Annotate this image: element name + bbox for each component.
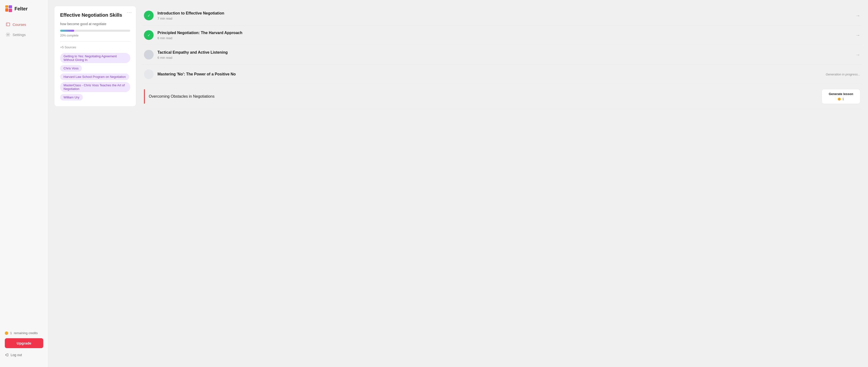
sidebar-bottom: 1 remaining credits Upgrade Log out bbox=[0, 327, 48, 362]
lesson-icon-4 bbox=[144, 69, 154, 79]
lesson-item-3[interactable]: Tactical Empathy and Active Listening 6 … bbox=[142, 45, 862, 64]
lesson-arrow-1: → bbox=[856, 13, 860, 18]
courses-icon bbox=[6, 22, 10, 27]
svg-rect-3 bbox=[9, 9, 12, 12]
lesson-info-4: Mastering 'No': The Power of a Positive … bbox=[157, 72, 822, 77]
course-description: how become good at negotiate bbox=[60, 22, 130, 26]
generate-box-title: Generate lesson bbox=[826, 92, 856, 96]
svg-rect-1 bbox=[5, 5, 8, 8]
source-tag-3[interactable]: MasterClass - Chris Voss Teaches the Art… bbox=[60, 82, 130, 92]
credits-row: 1 remaining credits bbox=[5, 331, 43, 335]
lessons-panel: ✓ Introduction to Effective Negotiation … bbox=[142, 6, 862, 361]
lesson-item-4: Mastering 'No': The Power of a Positive … bbox=[142, 64, 862, 84]
lesson-action-4: Generation in progress... bbox=[826, 73, 860, 76]
felter-logo-icon bbox=[5, 5, 12, 12]
card-menu-button[interactable]: ··· bbox=[127, 10, 132, 15]
generate-credit-row: 1 bbox=[826, 97, 856, 101]
generate-box[interactable]: Generate lesson 1 bbox=[822, 89, 860, 104]
logout-label: Log out bbox=[11, 353, 22, 357]
generate-bar bbox=[144, 89, 145, 104]
check-icon-2: ✓ bbox=[147, 33, 151, 37]
lesson-icon-3 bbox=[144, 50, 154, 59]
lesson-info-1: Introduction to Effective Negotiation 7 … bbox=[157, 11, 851, 20]
logout-row[interactable]: Log out bbox=[5, 351, 43, 358]
credits-label: remaining credits bbox=[14, 331, 38, 335]
source-tag-0[interactable]: Getting to Yes: Negotiating Agreement Wi… bbox=[60, 53, 130, 63]
next-lesson-title: Overcoming Obstacles in Negotiations bbox=[149, 94, 818, 98]
lesson-icon-2: ✓ bbox=[144, 30, 154, 40]
svg-point-6 bbox=[7, 34, 8, 35]
lesson-arrow-3: → bbox=[856, 52, 860, 58]
svg-rect-2 bbox=[9, 5, 12, 8]
source-tag-2[interactable]: Harvard Law School Program on Negotiatio… bbox=[60, 74, 129, 80]
lesson-action-1: → bbox=[856, 13, 860, 18]
credits-amount: 1 bbox=[10, 331, 12, 335]
settings-label: Settings bbox=[12, 33, 26, 37]
check-icon-1: ✓ bbox=[147, 13, 151, 18]
logo: Felter bbox=[0, 5, 48, 20]
lesson-item-2[interactable]: ✓ Principled Negotiation: The Harvard Ap… bbox=[142, 25, 862, 45]
lesson-arrow-2: → bbox=[856, 32, 860, 38]
logout-icon bbox=[5, 353, 9, 357]
svg-rect-4 bbox=[6, 23, 10, 26]
generate-info: Overcoming Obstacles in Negotiations bbox=[149, 94, 818, 98]
progress-bar: 20% complete bbox=[60, 30, 130, 37]
lesson-icon-1: ✓ bbox=[144, 11, 154, 20]
progress-track bbox=[60, 30, 130, 32]
sidebar-nav: Courses Settings bbox=[0, 20, 48, 327]
sources-header: +5 Sources bbox=[60, 46, 130, 49]
lesson-meta-3: 6 min read bbox=[157, 56, 851, 59]
lesson-title-1: Introduction to Effective Negotiation bbox=[157, 11, 851, 16]
sidebar: Felter Courses Settings 1 remaining cred… bbox=[0, 0, 48, 367]
courses-label: Courses bbox=[12, 23, 26, 27]
sidebar-item-settings[interactable]: Settings bbox=[3, 30, 45, 39]
app-name: Felter bbox=[14, 6, 28, 11]
upgrade-button[interactable]: Upgrade bbox=[5, 338, 43, 348]
lesson-title-3: Tactical Empathy and Active Listening bbox=[157, 50, 851, 55]
course-card: ··· Effective Negotiation Skills how bec… bbox=[54, 6, 136, 107]
source-tag-4[interactable]: William Ury bbox=[60, 94, 83, 101]
course-title: Effective Negotiation Skills bbox=[60, 12, 130, 18]
lesson-info-2: Principled Negotiation: The Harvard Appr… bbox=[157, 30, 851, 40]
main-content: ··· Effective Negotiation Skills how bec… bbox=[48, 0, 868, 367]
lesson-title-2: Principled Negotiation: The Harvard Appr… bbox=[157, 30, 851, 35]
generation-status-4: Generation in progress... bbox=[826, 73, 860, 76]
lesson-action-3: → bbox=[856, 52, 860, 58]
lesson-info-3: Tactical Empathy and Active Listening 6 … bbox=[157, 50, 851, 59]
lesson-item-1[interactable]: ✓ Introduction to Effective Negotiation … bbox=[142, 6, 862, 25]
lesson-meta-1: 7 min read bbox=[157, 17, 851, 20]
svg-rect-5 bbox=[7, 23, 7, 26]
lesson-title-4: Mastering 'No': The Power of a Positive … bbox=[157, 72, 822, 77]
progress-fill bbox=[60, 30, 74, 32]
generate-credit-count: 1 bbox=[842, 97, 844, 101]
generate-credit-icon bbox=[838, 98, 841, 101]
sources-list: Getting to Yes: Negotiating Agreement Wi… bbox=[60, 53, 130, 101]
settings-icon bbox=[6, 32, 10, 37]
source-tag-1[interactable]: Chris Voss bbox=[60, 65, 82, 72]
lesson-action-2: → bbox=[856, 32, 860, 38]
sidebar-item-courses[interactable]: Courses bbox=[3, 20, 45, 29]
credits-icon bbox=[5, 332, 8, 335]
generate-lesson-area: Overcoming Obstacles in Negotiations Gen… bbox=[142, 84, 862, 109]
lesson-meta-2: 6 min read bbox=[157, 36, 851, 40]
svg-rect-0 bbox=[5, 8, 8, 11]
progress-label: 20% complete bbox=[60, 34, 79, 37]
